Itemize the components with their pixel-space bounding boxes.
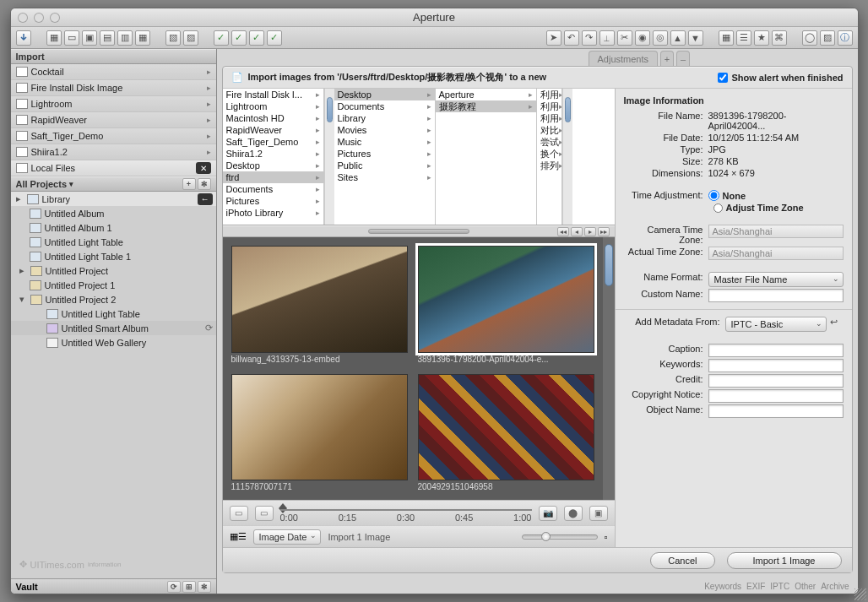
add-metadata-popup[interactable]: IPTC - Basic (725, 317, 827, 332)
browser-item[interactable]: Aperture▸ (436, 89, 536, 100)
browser-item[interactable]: Pictures▸ (223, 195, 323, 207)
check1-icon[interactable]: ✓ (214, 30, 229, 46)
browser-item[interactable]: Sites▸ (334, 171, 435, 183)
browser-item[interactable]: 摄影教程▸ (436, 100, 536, 112)
lift-icon[interactable]: ▲ (670, 30, 686, 46)
browser-item[interactable]: Pictures▸ (334, 148, 435, 160)
loupe-icon[interactable]: ◯ (802, 30, 817, 46)
keywords-icon[interactable]: ⌘ (772, 30, 787, 46)
source-item[interactable]: Cocktail▸ (11, 64, 216, 80)
show-alert-checkbox[interactable]: Show alert when finished (718, 73, 843, 83)
source-item[interactable]: Fire Install Disk Image▸ (11, 80, 216, 96)
check4-icon[interactable]: ✓ (267, 30, 282, 46)
copyright-field[interactable] (708, 389, 844, 403)
name-format-popup[interactable]: Master File Name (708, 272, 844, 287)
rating-icon[interactable]: ★ (754, 30, 769, 46)
check3-icon[interactable]: ✓ (249, 30, 264, 46)
browser-col-2[interactable]: Desktop▸Documents▸Library▸Movies▸Music▸P… (334, 89, 436, 225)
browser-item[interactable]: Music▸ (334, 136, 435, 148)
keywords-field[interactable] (708, 359, 844, 372)
footer-tab[interactable]: EXIF (746, 582, 765, 591)
refresh-icon[interactable]: ⟳ (205, 323, 213, 334)
back-icon[interactable]: ← (198, 193, 213, 205)
new-smart-album-icon[interactable]: ▣ (82, 30, 97, 46)
browser-item[interactable]: 换个▸ (537, 148, 561, 160)
unstack-button[interactable]: ▭ (255, 506, 274, 521)
sync-icon[interactable]: ⟳ (167, 581, 181, 593)
thumb-size-slider[interactable] (522, 534, 598, 540)
browser-col-1[interactable]: Fire Install Disk I...▸Lightroom▸Macinto… (223, 89, 324, 225)
tab-plus[interactable]: + (660, 51, 674, 66)
tree-lighttable[interactable]: Untitled Light Table (11, 235, 216, 249)
scrollbar-thumb[interactable] (605, 244, 613, 286)
browser-item[interactable]: Fire Install Disk I...▸ (223, 89, 323, 100)
view-grid-icon[interactable]: ▦ (719, 30, 734, 46)
gear-icon[interactable]: ✻ (198, 178, 211, 190)
browser-item[interactable]: Desktop▸ (223, 160, 323, 171)
footer-tab[interactable]: Keywords (704, 582, 741, 591)
unstack-icon[interactable]: ▨ (183, 30, 198, 46)
rotate-right-icon[interactable]: ↷ (582, 30, 597, 46)
vault-add-icon[interactable]: ⊞ (182, 581, 196, 593)
import-button[interactable]: Import 1 Image (727, 552, 842, 569)
import-arrow-icon[interactable] (16, 30, 31, 46)
resize-handle[interactable] (854, 588, 859, 594)
vault-header[interactable]: Vault ⟳ ⊞ ✻ (11, 578, 216, 594)
browser-item[interactable]: 对比▸ (537, 124, 561, 136)
new-web-icon[interactable]: ▥ (117, 30, 133, 46)
add-button[interactable]: + (182, 178, 196, 190)
credit-field[interactable] (708, 374, 844, 388)
footer-tab[interactable]: Other (795, 582, 816, 591)
tree-project[interactable]: ▾Untitled Project 2 (11, 292, 216, 306)
browser-item[interactable]: Public▸ (334, 160, 435, 171)
browser-item[interactable]: Library▸ (334, 112, 435, 124)
adjustments-tab[interactable]: Adjustments (589, 51, 659, 66)
custom-name-field[interactable] (708, 289, 844, 302)
footer-tab[interactable]: Archive (821, 582, 849, 591)
pointer-tool-icon[interactable]: ➤ (546, 30, 561, 46)
source-item[interactable]: Shiira1.2▸ (11, 144, 216, 160)
thumbnail[interactable]: 2004929151046958 (418, 374, 594, 492)
stack-icon[interactable]: ▧ (165, 30, 181, 46)
view-list-icon[interactable]: ☰ (736, 30, 751, 46)
cancel-button[interactable]: Cancel (650, 552, 714, 569)
check2-icon[interactable]: ✓ (231, 30, 247, 46)
browser-item[interactable]: 利用▸ (537, 89, 561, 100)
nav-next-icon[interactable]: ▸ (584, 227, 596, 236)
crop-icon[interactable]: ✂ (617, 30, 632, 46)
scrollbar-thumb[interactable] (565, 97, 571, 122)
all-projects-header[interactable]: All Projects▾ + ✻ (11, 176, 216, 192)
nav-prev-icon[interactable]: ◂ (571, 227, 583, 236)
vault-gear-icon[interactable]: ✻ (198, 581, 211, 593)
browser-col-4[interactable]: 利用▸利用▸利用▸对比▸尝试▸换个▸排列▸ (537, 89, 562, 225)
size-small-icon[interactable]: ▫ (605, 532, 608, 542)
new-album-icon[interactable]: ▭ (64, 30, 79, 46)
browser-item[interactable]: Saft_Tiger_Demo▸ (223, 136, 323, 148)
close-icon[interactable]: ✕ (196, 162, 211, 174)
info-icon[interactable]: ⓘ (838, 30, 853, 46)
footer-tab[interactable]: IPTC (770, 582, 789, 591)
split-handle[interactable]: ◂◂ ◂ ▸ ▸▸ (223, 225, 615, 237)
thumbnail[interactable]: 3891396-1798200-April042004-e... (418, 246, 594, 364)
browser-item[interactable]: 尝试▸ (537, 136, 561, 148)
browser-item[interactable]: Lightroom▸ (223, 100, 323, 112)
tab-close[interactable]: – (676, 51, 690, 66)
timeline[interactable]: 0:00 0:15 0:30 0:45 1:00 (280, 507, 532, 520)
browser-item[interactable]: Documents▸ (334, 100, 435, 112)
caption-field[interactable] (708, 344, 844, 357)
browser-col-3[interactable]: Aperture▸摄影教程▸ (436, 89, 537, 225)
thumbnail[interactable]: billwang_4319375-13-embed (231, 246, 408, 364)
new-lighttable-icon[interactable]: ▦ (135, 30, 150, 46)
stamp-icon[interactable]: ▼ (688, 30, 703, 46)
thumbnail[interactable]: 1115787007171 (231, 374, 408, 492)
browser-item[interactable]: 利用▸ (537, 112, 561, 124)
minimize-window-button[interactable] (34, 13, 44, 23)
redeye-icon[interactable]: ◉ (635, 30, 650, 46)
browser-item[interactable]: RapidWeaver▸ (223, 124, 323, 136)
mode-button[interactable]: ▣ (589, 506, 608, 521)
record-button[interactable]: ⬤ (564, 506, 583, 521)
scrollbar-thumb[interactable] (327, 97, 333, 122)
browser-item[interactable]: Desktop▸ (334, 89, 435, 100)
list-view-icon[interactable]: ☰ (238, 531, 247, 542)
time-adjust-tz-radio[interactable]: Adjust Time Zone (713, 203, 804, 213)
